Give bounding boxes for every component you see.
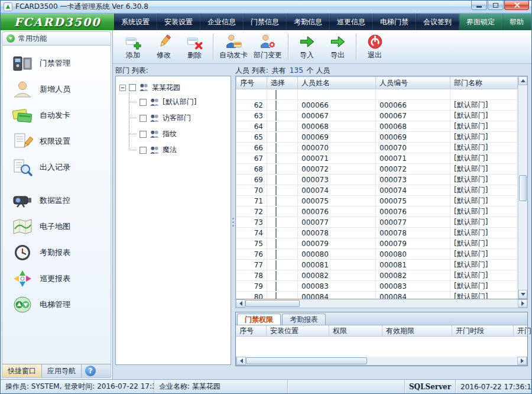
row-checkbox[interactable] — [275, 228, 277, 238]
toolbar-button-power[interactable]: 退出 — [359, 32, 390, 62]
bottom-tab-1[interactable]: 门禁权限 — [237, 314, 281, 325]
bottom-horizontal-scroll-track[interactable] — [367, 357, 517, 365]
table-row[interactable]: 80000084000084[默认部门] — [236, 292, 518, 299]
toolbar-button-person-gear[interactable]: 部门变更 — [251, 32, 285, 62]
row-checkbox[interactable] — [275, 207, 277, 217]
tree-root-checkbox[interactable] — [129, 84, 136, 91]
row-checkbox[interactable] — [275, 292, 277, 299]
tree-node-3[interactable]: 指纹 — [126, 126, 229, 142]
row-checkbox[interactable] — [275, 250, 277, 259]
person-column-header-4[interactable]: 人员编号 — [376, 77, 450, 89]
table-row[interactable]: 65000069000069[默认部门] — [236, 132, 518, 143]
table-row[interactable]: 67000071000071[默认部门] — [236, 153, 518, 164]
bottom-column-header-1[interactable]: 序号 — [236, 325, 267, 336]
sidebar-item-door-access[interactable]: 门禁管理 — [12, 54, 111, 72]
row-checkbox[interactable] — [275, 196, 277, 206]
tree-node-2[interactable]: 访客部门 — [126, 110, 229, 126]
panel-splitter[interactable] — [231, 65, 235, 379]
tree-node-1[interactable]: [默认部门] — [126, 94, 229, 110]
tree-node-checkbox[interactable] — [140, 115, 147, 122]
table-row[interactable]: 62000066000066[默认部门] — [236, 100, 518, 111]
table-row[interactable]: 70000074000074[默认部门] — [236, 185, 518, 196]
toolbar-button-person-card[interactable]: 自动发卡 — [216, 32, 251, 62]
table-row[interactable]: 66000070000070[默认部门] — [236, 143, 518, 153]
table-row[interactable]: 74000078000078[默认部门] — [236, 228, 518, 238]
table-row[interactable]: 75000079000079[默认部门] — [236, 238, 518, 249]
row-checkbox[interactable] — [275, 133, 277, 142]
table-row[interactable]: 72000076000076[默认部门] — [236, 206, 518, 217]
horizontal-scrollbar[interactable] — [235, 299, 528, 308]
sidebar-header[interactable]: 常用功能 — [2, 31, 111, 46]
table-row[interactable]: 77000081000081[默认部门] — [236, 260, 518, 270]
sidebar-item-attendance[interactable]: 考勤报表 — [12, 243, 111, 261]
tree-node-4[interactable]: 魔法 — [126, 142, 229, 158]
table-row[interactable]: 79000083000083[默认部门] — [236, 281, 518, 292]
toolbar-button-card-add[interactable]: 添加 — [118, 32, 148, 62]
sidebar-item-patrol[interactable]: 巡更报表 — [12, 269, 111, 288]
menu-item-3[interactable]: 企业信息 — [200, 14, 244, 30]
tree-node-checkbox[interactable] — [140, 147, 147, 154]
menu-item-5[interactable]: 考勤信息 — [287, 14, 330, 30]
toolbar-button-import-arrow[interactable]: 导入 — [291, 32, 322, 62]
row-checkbox[interactable] — [275, 218, 277, 227]
bottom-column-header-4[interactable]: 有效期限 — [382, 325, 452, 336]
table-row[interactable]: 68000072000072[默认部门] — [236, 164, 518, 175]
sidebar-tab-1[interactable]: 快捷窗口 — [2, 364, 42, 377]
table-row[interactable]: 78000082000082[默认部门] — [236, 270, 518, 281]
bottom-scroll-left-button[interactable] — [236, 357, 246, 365]
row-checkbox[interactable] — [275, 239, 277, 248]
toolbar-button-export-arrow[interactable]: 导出 — [322, 32, 353, 62]
menu-item-7[interactable]: 电梯门禁 — [373, 14, 416, 30]
sidebar-item-permission[interactable]: 权限设置 — [12, 132, 111, 150]
menu-item-2[interactable]: 安装设置 — [157, 14, 200, 30]
bottom-column-header-6[interactable]: 开门次数 — [514, 325, 532, 336]
minimize-button[interactable] — [471, 1, 487, 10]
bottom-tab-2[interactable]: 考勤报表 — [282, 314, 326, 325]
horizontal-scroll-thumb[interactable] — [245, 300, 300, 307]
row-checkbox[interactable] — [275, 111, 277, 121]
person-column-header-3[interactable]: 人员姓名 — [298, 77, 376, 89]
menu-item-8[interactable]: 会议签到 — [416, 14, 459, 30]
row-checkbox[interactable] — [275, 175, 277, 185]
row-checkbox[interactable] — [275, 186, 277, 195]
sidebar-item-monitor[interactable]: 数据监控 — [12, 191, 111, 209]
vertical-scroll-thumb[interactable] — [519, 175, 527, 201]
tree-node-checkbox[interactable] — [140, 99, 147, 106]
table-row[interactable]: 64000068000068[默认部门] — [236, 121, 518, 132]
row-checkbox[interactable] — [275, 90, 277, 99]
person-column-header-2[interactable]: 选择 — [267, 77, 298, 89]
vertical-scroll-track[interactable] — [518, 85, 527, 290]
row-checkbox[interactable] — [275, 282, 277, 291]
bottom-column-header-5[interactable]: 开门时段 — [452, 325, 514, 336]
scroll-down-button[interactable] — [518, 290, 527, 299]
sidebar-item-auto-card[interactable]: 自动发卡 — [12, 106, 111, 124]
menu-right-item-2[interactable]: 帮助 — [502, 14, 531, 30]
table-row[interactable]: 73000077000077[默认部门] — [236, 217, 518, 228]
tree-root-node[interactable]: 某某花园 — [119, 81, 229, 94]
toolbar-button-edit[interactable]: 修改 — [148, 32, 179, 62]
row-checkbox[interactable] — [275, 143, 277, 153]
menu-item-6[interactable]: 巡更信息 — [330, 14, 373, 30]
row-checkbox[interactable] — [275, 260, 277, 270]
person-column-header-1[interactable]: 序号 — [236, 77, 267, 89]
row-checkbox[interactable] — [275, 154, 277, 163]
person-column-header-5[interactable]: 部门名称 — [450, 77, 518, 89]
row-checkbox[interactable] — [275, 101, 277, 110]
table-row[interactable]: 76000080000080[默认部门] — [236, 249, 518, 260]
menu-item-4[interactable]: 门禁信息 — [244, 14, 287, 30]
bottom-horizontal-scrollbar[interactable] — [236, 357, 527, 366]
scroll-right-button[interactable] — [518, 299, 527, 308]
row-checkbox[interactable] — [275, 122, 277, 131]
menu-item-1[interactable]: 系统设置 — [114, 14, 157, 30]
sidebar-item-elevator[interactable]: 电梯管理 — [12, 295, 111, 314]
sidebar-item-records[interactable]: 出入记录 — [12, 158, 111, 176]
help-icon[interactable]: ? — [85, 366, 96, 376]
row-checkbox[interactable] — [275, 164, 277, 174]
close-button[interactable] — [504, 1, 529, 10]
horizontal-scroll-track[interactable] — [300, 299, 518, 308]
bottom-horizontal-scroll-thumb[interactable] — [246, 357, 367, 364]
vertical-scrollbar[interactable] — [518, 76, 527, 299]
menu-right-item-1[interactable]: 界面锁定 — [459, 14, 502, 30]
bottom-scroll-right-button[interactable] — [517, 357, 527, 365]
table-row[interactable]: 71000075000075[默认部门] — [236, 196, 518, 206]
